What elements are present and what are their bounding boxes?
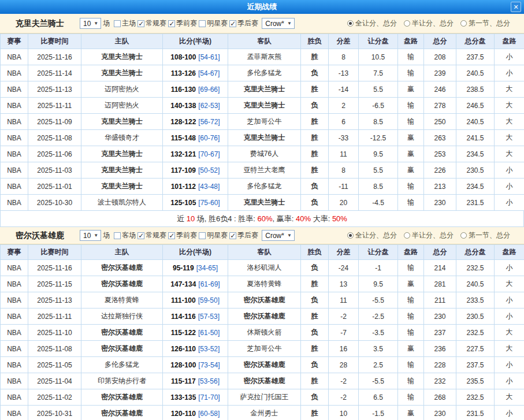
home-team-cell[interactable]: 密尔沃基雄鹿 [81, 276, 163, 292]
home-team-cell[interactable]: 克里夫兰骑士 [81, 162, 163, 179]
away-team-cell[interactable]: 洛杉矶湖人 [228, 260, 301, 276]
chevron-down-icon: ▼ [94, 233, 98, 238]
handicap-line-cell: 10.5 [359, 49, 398, 65]
radio-icon [404, 232, 410, 239]
checkbox-icon [229, 20, 236, 27]
checkbox-playoffs[interactable]: 季后赛 [229, 18, 258, 28]
handicap-result-cell: 输 [398, 309, 424, 325]
home-team-cell[interactable]: 克里夫兰骑士 [81, 146, 163, 162]
point-diff-cell: -2 [329, 309, 359, 325]
score-cell: 111-100[59-50] [163, 292, 228, 309]
date-cell: 2025-11-16 [28, 49, 81, 65]
radio-full-handicap-total[interactable]: 全让分、总分 [347, 231, 397, 240]
away-team-cell[interactable]: 休斯顿火箭 [228, 325, 301, 341]
home-team-cell[interactable]: 密尔沃基雄鹿 [81, 325, 163, 341]
home-team-cell[interactable]: 波士顿凯尔特人 [81, 195, 163, 211]
away-team-cell[interactable]: 密尔沃基雄鹿 [228, 357, 301, 373]
radio-first-quarter-total[interactable]: 第一节、总分 [460, 231, 510, 240]
home-team-cell[interactable]: 克里夫兰骑士 [81, 179, 163, 195]
point-diff-cell: 8 [329, 162, 359, 179]
away-team-cell[interactable]: 萨克拉门托国王 [228, 389, 301, 406]
games-count-select[interactable]: 10 ▼ [80, 18, 101, 29]
radio-full-handicap-total[interactable]: 全让分、总分 [347, 18, 397, 28]
full-score: 128-122 [170, 118, 196, 126]
away-team-cell[interactable]: 夏洛特黄蜂 [228, 276, 301, 292]
home-team-cell[interactable]: 密尔沃基雄鹿 [81, 341, 163, 357]
checkbox-regular-season[interactable]: 常规赛 [137, 18, 166, 28]
away-team-cell[interactable]: 克里夫兰骑士 [228, 130, 301, 146]
league-cell: NBA [1, 309, 28, 325]
home-team-cell[interactable]: 达拉斯独行侠 [81, 309, 163, 325]
league-cell: NBA [1, 130, 28, 146]
away-team-cell[interactable]: 孟菲斯灰熊 [228, 49, 301, 65]
score-cell: 126-110[53-52] [163, 341, 228, 357]
away-team-cell[interactable]: 金州勇士 [228, 406, 301, 420]
checkbox-preseason[interactable]: 季前赛 [168, 18, 197, 28]
table-row: NBA2025-11-13夏洛特黄蜂111-100[59-50]密尔沃基雄鹿负1… [1, 292, 524, 309]
home-team-cell[interactable]: 克里夫兰骑士 [81, 114, 163, 130]
over-under-cell: 大 [495, 389, 524, 406]
team-filter-bar: 密尔沃基雄鹿 10 ▼ 场 客场 常规赛 季前赛 明星赛 [0, 227, 524, 244]
handicap-line-cell: -2.5 [359, 309, 398, 325]
home-team-cell[interactable]: 迈阿密热火 [81, 81, 163, 98]
total-line-cell: 233.5 [456, 292, 495, 309]
away-team-cell[interactable]: 芝加哥公牛 [228, 341, 301, 357]
point-diff-cell: 11 [329, 292, 359, 309]
point-diff-cell: -33 [329, 130, 359, 146]
home-team-cell[interactable]: 克里夫兰骑士 [81, 65, 163, 81]
half-score: [60-58] [198, 410, 220, 418]
handicap-result-cell: 输 [398, 98, 424, 114]
column-header: 比分(半场) [163, 34, 228, 49]
away-team-cell[interactable]: 克里夫兰骑士 [228, 195, 301, 211]
total-line-cell: 232.5 [456, 260, 495, 276]
checkbox-away-games[interactable]: 客场 [114, 231, 136, 240]
home-team-cell[interactable]: 多伦多猛龙 [81, 357, 163, 373]
over-under-cell: 小 [495, 373, 524, 389]
point-diff-cell: 16 [329, 341, 359, 357]
checkbox-allstar[interactable]: 明星赛 [199, 18, 228, 28]
away-team-cell[interactable]: 亚特兰大老鹰 [228, 162, 301, 179]
away-team-cell[interactable]: 芝加哥公牛 [228, 114, 301, 130]
away-team-cell[interactable]: 密尔沃基雄鹿 [228, 309, 301, 325]
away-team-cell[interactable]: 密尔沃基雄鹿 [228, 373, 301, 389]
checkbox-preseason[interactable]: 季前赛 [168, 231, 197, 240]
odds-source-select[interactable]: Crow* ▼ [262, 18, 295, 29]
away-team-cell[interactable]: 密尔沃基雄鹿 [228, 292, 301, 309]
home-team-cell[interactable]: 密尔沃基雄鹿 [81, 260, 163, 276]
games-count-select[interactable]: 10 ▼ [80, 230, 101, 241]
home-team-cell[interactable]: 夏洛特黄蜂 [81, 292, 163, 309]
away-team-cell[interactable]: 克里夫兰骑士 [228, 81, 301, 98]
odds-source-select[interactable]: Crow* ▼ [262, 230, 295, 241]
half-score: [43-48] [198, 183, 220, 191]
home-team-cell[interactable]: 密尔沃基雄鹿 [81, 406, 163, 420]
checkbox-allstar[interactable]: 明星赛 [199, 231, 228, 240]
checkbox-home-games[interactable]: 主场 [114, 18, 136, 28]
date-cell: 2025-11-16 [28, 260, 81, 276]
full-score: 101-112 [171, 183, 196, 191]
away-team-cell[interactable]: 多伦多猛龙 [228, 179, 301, 195]
total-points-cell: 239 [424, 65, 456, 81]
column-header: 比赛时间 [28, 245, 81, 260]
score-cell: 116-130[69-66] [163, 81, 228, 98]
home-team-cell[interactable]: 克里夫兰骑士 [81, 49, 163, 65]
checkbox-regular-season[interactable]: 常规赛 [137, 231, 166, 240]
away-team-cell[interactable]: 费城76人 [228, 146, 301, 162]
away-team-cell[interactable]: 多伦多猛龙 [228, 65, 301, 81]
radio-first-quarter-total[interactable]: 第一节、总分 [460, 18, 510, 28]
over-under-cell: 大 [495, 146, 524, 162]
result-cell: 胜 [301, 341, 329, 357]
column-header: 分差 [329, 245, 359, 260]
radio-half-handicap-total[interactable]: 半让分、总分 [404, 18, 454, 28]
home-team-cell[interactable]: 密尔沃基雄鹿 [81, 389, 163, 406]
home-team-cell[interactable]: 印第安纳步行者 [81, 373, 163, 389]
radio-half-handicap-total[interactable]: 半让分、总分 [404, 231, 454, 240]
home-team-cell[interactable]: 迈阿密热火 [81, 98, 163, 114]
handicap-line-cell: -1 [359, 260, 398, 276]
home-team-cell[interactable]: 华盛顿奇才 [81, 130, 163, 146]
date-cell: 2025-11-11 [28, 309, 81, 325]
column-header: 主队 [81, 34, 163, 49]
away-team-cell[interactable]: 克里夫兰骑士 [228, 98, 301, 114]
checkbox-playoffs[interactable]: 季后赛 [229, 231, 258, 240]
close-icon[interactable]: ✕ [511, 2, 521, 12]
full-score: 133-135 [170, 393, 196, 402]
